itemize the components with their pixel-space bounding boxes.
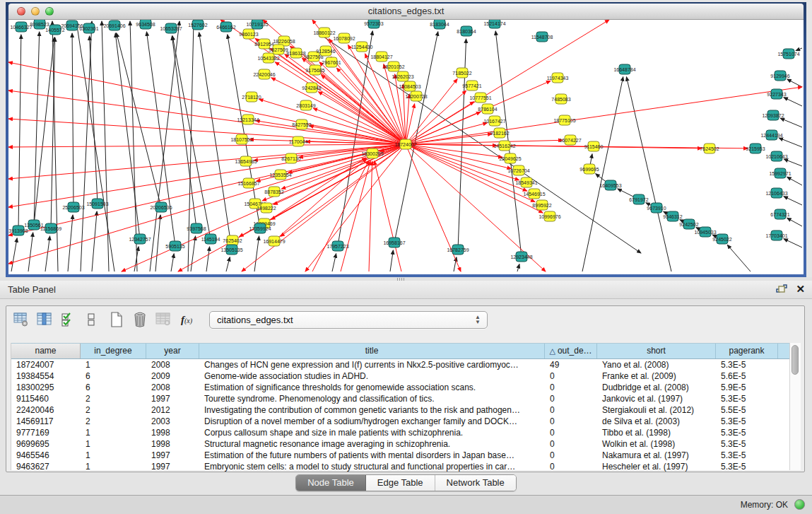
graph-node[interactable]: 13213344: [237, 115, 259, 124]
cell-title[interactable]: Disruption of a novel member of a sodium…: [199, 416, 545, 427]
cell-year[interactable]: 1997: [146, 450, 199, 461]
graph-node[interactable]: 9860123: [239, 29, 258, 39]
cell-pagerank[interactable]: 5.3E-5: [716, 450, 778, 461]
cell-short[interactable]: Franke et al. (2009): [597, 370, 716, 382]
graph-edge[interactable]: [626, 77, 671, 271]
show-columns-icon[interactable]: [35, 310, 54, 329]
graph-edge[interactable]: [332, 254, 336, 271]
graph-node[interactable]: 10777551: [469, 93, 491, 103]
graph-node[interactable]: 16262023: [392, 71, 413, 81]
graph-node[interactable]: 16409553: [599, 180, 621, 190]
cell-out_degree[interactable]: 0: [545, 370, 597, 382]
column-header-name[interactable]: name: [11, 344, 81, 358]
selection-mode-icon[interactable]: [59, 310, 77, 329]
graph-edge[interactable]: [787, 177, 802, 185]
cell-pagerank[interactable]: 5.3E-5: [716, 427, 778, 438]
graph-edge[interactable]: [787, 218, 802, 226]
cell-in_degree[interactable]: 1: [81, 359, 146, 370]
graph-edge[interactable]: [369, 161, 372, 271]
cell-in_degree[interactable]: 1: [81, 438, 146, 450]
table-vertical-scrollbar[interactable]: [789, 343, 801, 470]
cell-pagerank[interactable]: 5.5E-5: [716, 404, 778, 416]
cell-title[interactable]: Embryonic stem cells: a model to study s…: [199, 461, 545, 472]
cell-year[interactable]: 1998: [146, 427, 199, 438]
cell-title[interactable]: Estimation of significance thresholds fo…: [199, 382, 545, 393]
graph-edge[interactable]: [155, 215, 160, 271]
column-header-in_degree[interactable]: in_degree: [81, 344, 146, 358]
cell-in_degree[interactable]: 1: [81, 461, 146, 472]
cell-out_degree[interactable]: 0: [545, 461, 597, 472]
cell-out_degree[interactable]: 49: [545, 359, 597, 370]
cell-title[interactable]: Tourette syndrome. Phenomenology and cla…: [199, 393, 545, 404]
graph-node[interactable]: 9242848: [302, 83, 321, 93]
cell-short[interactable]: Tibbo et al. (1998): [597, 427, 716, 438]
graph-node[interactable]: 9129946: [770, 71, 789, 81]
graph-edge[interactable]: [45, 236, 50, 271]
new-column-icon[interactable]: [107, 310, 126, 329]
cell-short[interactable]: Jankovic et al. (1997): [597, 393, 716, 404]
graph-node[interactable]: 11548708: [531, 32, 553, 42]
cell-year[interactable]: 2008: [146, 359, 199, 370]
graph-node[interactable]: 1527602: [188, 20, 207, 30]
graph-edge[interactable]: [784, 98, 802, 106]
graph-node[interactable]: 8183044: [430, 20, 449, 29]
graph-edge[interactable]: [312, 20, 406, 144]
cell-pagerank[interactable]: 5.3E-5: [716, 359, 778, 370]
graph-edge[interactable]: [312, 160, 369, 271]
cell-name[interactable]: 9463627: [11, 461, 81, 472]
delete-column-icon[interactable]: [131, 310, 149, 329]
graph-node[interactable]: 9577421: [462, 81, 481, 90]
cell-short[interactable]: Yano et al. (2008): [597, 359, 716, 370]
graph-node[interactable]: 2803149: [296, 100, 315, 110]
cell-name[interactable]: 9699695: [11, 438, 81, 450]
graph-node[interactable]: 9215953: [746, 144, 765, 153]
cell-year[interactable]: 2003: [146, 416, 199, 427]
graph-node[interactable]: 15214174: [483, 20, 505, 28]
cell-name[interactable]: 18300295: [11, 382, 81, 393]
cell-short[interactable]: Wolkin et al. (1998): [597, 438, 716, 450]
graph-edge[interactable]: [517, 264, 519, 271]
graph-node[interactable]: 8995922: [532, 200, 551, 210]
graph-node[interactable]: 5905135: [165, 241, 184, 251]
cell-name[interactable]: 19384554: [11, 370, 81, 382]
table-row[interactable]: 1872400712008Changes of HCN gene express…: [11, 359, 792, 370]
graph-node[interactable]: 16078092: [333, 33, 355, 43]
cell-name[interactable]: 9465546: [11, 450, 81, 461]
table-row[interactable]: 946554611997Estimation of the future num…: [11, 450, 792, 461]
table-row[interactable]: 911546021997Tourette syndrome. Phenomeno…: [11, 393, 792, 404]
table-selector-dropdown[interactable]: citations_edges.txt ▲▼: [209, 311, 488, 329]
graph-node[interactable]: 15992971: [769, 168, 791, 178]
graph-edge[interactable]: [394, 32, 438, 243]
graph-node[interactable]: 10466327: [10, 22, 32, 32]
graph-node[interactable]: 12342757: [129, 234, 151, 244]
graph-edge[interactable]: [8, 144, 406, 179]
graph-edge[interactable]: [375, 161, 401, 271]
graph-node[interactable]: 7624502: [700, 144, 719, 153]
window-titlebar[interactable]: citations_edges.txt: [8, 4, 804, 20]
graph-node[interactable]: 9227343: [767, 89, 786, 99]
column-header-year[interactable]: year: [146, 344, 199, 358]
graph-node[interactable]: 18201052: [382, 62, 404, 71]
graph-edge[interactable]: [271, 78, 406, 144]
graph-node[interactable]: 1145194: [201, 234, 220, 244]
table-row[interactable]: 946362711997Embryonic stem cells: a mode…: [11, 461, 792, 472]
graph-edge[interactable]: [780, 118, 802, 127]
function-builder-icon[interactable]: f(x): [177, 310, 196, 329]
network-canvas[interactable]: 1872400718300295104663278098523140557220…: [8, 20, 804, 274]
cell-name[interactable]: 9115460: [11, 393, 81, 404]
graph-node[interactable]: 16782759: [447, 245, 469, 255]
graph-edge[interactable]: [406, 81, 551, 144]
cell-short[interactable]: Stergiakouli et al. (2012): [597, 404, 716, 416]
graph-node[interactable]: 14546915: [523, 189, 545, 199]
cell-in_degree[interactable]: 2: [81, 416, 146, 427]
cell-year[interactable]: 2008: [146, 382, 199, 393]
cell-in_degree[interactable]: 6: [81, 370, 146, 382]
graph-node[interactable]: 2718120: [242, 92, 261, 102]
tab-network-table[interactable]: Network Table: [435, 475, 516, 491]
graph-edge[interactable]: [28, 233, 33, 271]
graph-edge[interactable]: [92, 211, 97, 271]
graph-node[interactable]: 8180364: [457, 26, 476, 36]
graph-edge[interactable]: [305, 144, 406, 271]
graph-edge[interactable]: [191, 236, 196, 271]
graph-edge[interactable]: [146, 32, 175, 246]
